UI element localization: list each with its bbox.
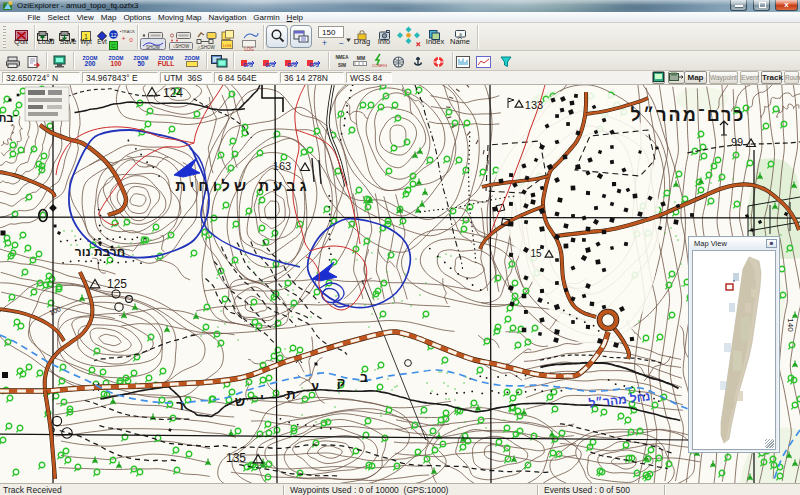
svg-text:○SHOW: ○SHOW [173, 44, 190, 49]
svg-text:15: 15 [530, 248, 542, 259]
svg-text:כרם־מהר״ל: כרם־מהר״ל [631, 105, 746, 125]
svg-text:100: 100 [48, 305, 62, 316]
svg-text:י: י [260, 391, 264, 406]
svg-text:124: 124 [163, 86, 183, 100]
svg-text:גבעת שלוחית: גבעת שלוחית [175, 177, 310, 194]
svg-text:ב: ב [360, 370, 368, 385]
svg-text:ע: ע [311, 379, 319, 394]
svg-text:ת: ת [286, 387, 295, 402]
svg-text:־בת: ־בת [0, 112, 18, 124]
svg-text:140: 140 [786, 318, 795, 332]
svg-text:C: C [111, 43, 116, 49]
svg-text:△SHOW: △SHOW [197, 45, 215, 50]
svg-text:99: 99 [731, 136, 743, 148]
svg-text:ש: ש [235, 394, 245, 409]
svg-text:125: 125 [107, 277, 127, 291]
svg-text:ר: ר [176, 398, 184, 413]
svg-text:SHOW: SHOW [146, 45, 161, 50]
svg-text:CONFIG: CONFIG [372, 63, 387, 68]
svg-text:135: 135 [226, 451, 246, 465]
svg-text:ק: ק [337, 375, 346, 390]
svg-text:133: 133 [525, 99, 543, 111]
svg-text:163: 163 [273, 160, 291, 172]
svg-text:LOG: LOG [223, 43, 231, 48]
svg-text:חרבת נור: חרבת נור [75, 245, 125, 259]
